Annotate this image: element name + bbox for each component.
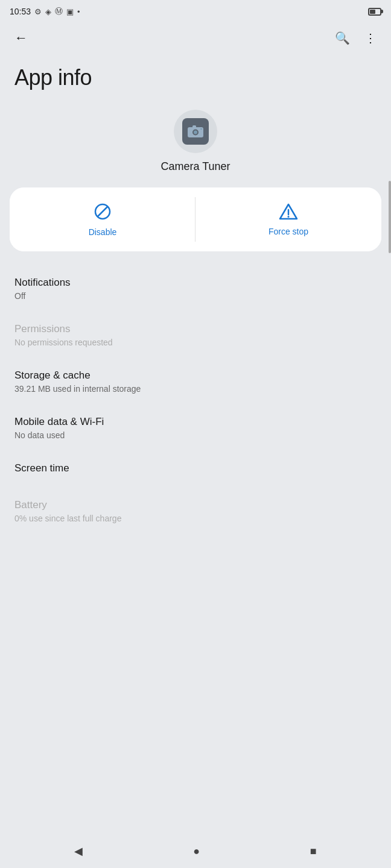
back-nav-button[interactable]: ◀ [69, 840, 87, 863]
permissions-item[interactable]: Permissions No permissions requested [14, 312, 377, 359]
disable-label: Disable [89, 227, 117, 237]
force-stop-icon [279, 203, 298, 221]
force-stop-button[interactable]: Force stop [196, 187, 381, 251]
disable-button[interactable]: Disable [10, 187, 196, 251]
status-left: 10:53 ⚙ ◈ Ⓜ ▣ • [10, 6, 80, 17]
mobile-data-title: Mobile data & Wi-Fi [14, 416, 377, 428]
action-card: Disable Force stop [10, 187, 381, 251]
clipboard-status-icon: ▣ [66, 7, 74, 16]
dot-status-icon: • [77, 7, 80, 16]
app-name: Camera Tuner [161, 160, 230, 173]
screen-time-title: Screen time [14, 462, 377, 474]
search-button[interactable]: 🔍 [330, 26, 355, 50]
home-nav-icon: ● [193, 845, 200, 857]
svg-rect-4 [200, 128, 202, 130]
screen-time-item[interactable]: Screen time [14, 451, 377, 488]
mobile-data-subtitle: No data used [14, 430, 377, 440]
permissions-subtitle: No permissions requested [14, 338, 377, 347]
search-icon: 🔍 [335, 31, 350, 45]
svg-point-8 [288, 216, 290, 218]
nav-right: 🔍 ⋮ [330, 26, 381, 50]
page-title: App info [14, 65, 377, 90]
svg-rect-3 [192, 125, 196, 128]
storage-title: Storage & cache [14, 370, 377, 382]
scrollbar[interactable] [389, 181, 391, 253]
svg-line-6 [98, 207, 107, 216]
back-button[interactable]: ← [10, 25, 33, 51]
app-icon-container [174, 110, 217, 153]
status-time: 10:53 [10, 7, 31, 16]
back-nav-icon: ◀ [74, 845, 83, 857]
status-bar: 10:53 ⚙ ◈ Ⓜ ▣ • [0, 0, 391, 20]
list-section: Notifications Off Permissions No permiss… [0, 266, 391, 488]
recents-nav-button[interactable]: ■ [305, 840, 322, 863]
nav-left: ← [10, 25, 33, 51]
camera-icon [187, 124, 204, 139]
page-title-section: App info [0, 55, 391, 105]
storage-subtitle: 39.21 MB used in internal storage [14, 384, 377, 394]
bottom-nav: ◀ ● ■ [0, 834, 391, 868]
more-icon: ⋮ [364, 31, 377, 45]
battery-icon [368, 8, 381, 16]
nav-bar: ← 🔍 ⋮ [0, 20, 391, 55]
battery-section[interactable]: Battery 0% use since last full charge [0, 488, 391, 571]
settings-status-icon: ⚙ [34, 7, 42, 16]
battery-subtitle: 0% use since last full charge [14, 514, 377, 523]
back-arrow-icon: ← [14, 30, 28, 45]
app-icon [182, 118, 209, 145]
mobile-data-item[interactable]: Mobile data & Wi-Fi No data used [14, 405, 377, 451]
more-options-button[interactable]: ⋮ [360, 26, 381, 50]
battery-title: Battery [14, 499, 377, 511]
disable-icon [93, 202, 112, 221]
app-header: Camera Tuner [0, 105, 391, 187]
recents-nav-icon: ■ [310, 845, 317, 857]
notifications-title: Notifications [14, 277, 377, 289]
status-right [368, 8, 381, 16]
svg-point-2 [194, 131, 197, 134]
force-stop-label: Force stop [269, 227, 308, 236]
notifications-subtitle: Off [14, 291, 377, 301]
location-status-icon: ◈ [45, 7, 51, 16]
storage-cache-item[interactable]: Storage & cache 39.21 MB used in interna… [14, 359, 377, 405]
motorola-status-icon: Ⓜ [55, 6, 63, 17]
permissions-title: Permissions [14, 323, 377, 335]
notifications-item[interactable]: Notifications Off [14, 266, 377, 312]
home-nav-button[interactable]: ● [188, 840, 205, 863]
